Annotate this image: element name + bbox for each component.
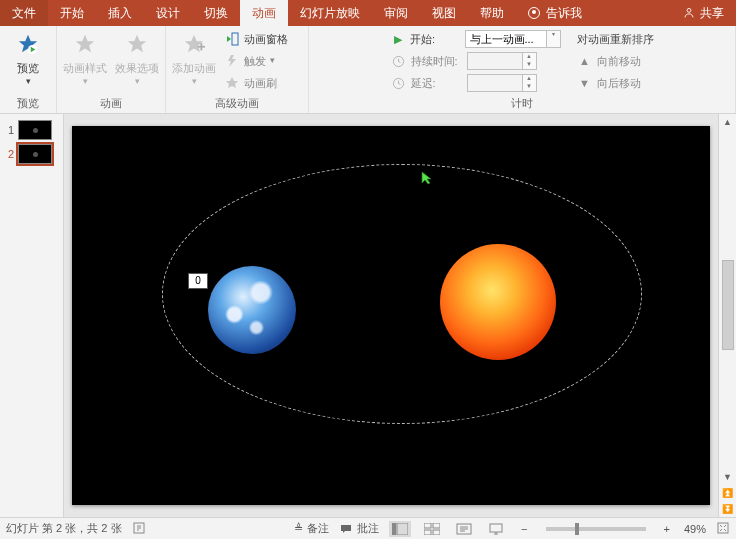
zoom-level[interactable]: 49% [684, 523, 706, 535]
chevron-down-icon: ▾ [192, 76, 197, 86]
svg-marker-15 [422, 172, 431, 184]
zoom-out-button[interactable]: − [517, 523, 531, 535]
zoom-in-button[interactable]: + [660, 523, 674, 535]
preview-button[interactable]: 预览 ▾ [6, 29, 50, 86]
svg-marker-11 [228, 55, 236, 67]
preview-label: 预览 [17, 61, 39, 76]
reorder-label: 对动画重新排序 [577, 29, 654, 49]
tab-review[interactable]: 审阅 [372, 0, 420, 26]
svg-marker-4 [76, 35, 94, 52]
tab-slideshow[interactable]: 幻灯片放映 [288, 0, 372, 26]
zoom-slider[interactable] [546, 527, 646, 531]
reading-view-button[interactable] [453, 521, 475, 537]
move-forward-button: ▲ 向前移动 [577, 51, 654, 71]
group-timing-label: 计时 [511, 97, 533, 113]
delay-spinner: ▲▼ [523, 74, 537, 92]
animation-style-label: 动画样式 [63, 61, 107, 76]
duration-label: 持续时间: [411, 54, 463, 69]
notes-icon: ≜ [294, 522, 303, 535]
trigger-icon [224, 53, 240, 69]
next-slide-button[interactable]: ⏬ [720, 501, 736, 517]
share-button[interactable]: 共享 [670, 0, 736, 26]
share-label: 共享 [700, 5, 724, 22]
duration-input [467, 52, 523, 70]
svg-rect-24 [490, 524, 502, 532]
preview-cursor-icon [420, 171, 434, 189]
thumb-number: 1 [4, 124, 14, 136]
chevron-down-icon: ▾ [83, 76, 88, 86]
svg-point-0 [687, 8, 691, 12]
svg-marker-5 [128, 35, 146, 52]
trigger-button: 触发 ▾ [224, 51, 302, 71]
tab-insert[interactable]: 插入 [96, 0, 144, 26]
bulb-icon [528, 7, 540, 19]
slide-editor: 0 ▲ ▼ ⏫ ⏬ [64, 114, 736, 517]
chevron-down-icon: ▾ [26, 76, 31, 86]
ribbon-tab-bar: 文件 开始 插入 设计 切换 动画 幻灯片放映 审阅 视图 帮助 告诉我 共享 [0, 0, 736, 26]
status-bar: 幻灯片 第 2 张，共 2 张 ≜ 备注 批注 − + 49% [0, 517, 736, 539]
tab-home[interactable]: 开始 [48, 0, 96, 26]
svg-rect-25 [718, 523, 728, 533]
notes-label: 备注 [307, 521, 329, 536]
scroll-thumb[interactable] [722, 260, 734, 350]
thumb-number: 2 [4, 148, 14, 160]
move-backward-label: 向后移动 [597, 76, 641, 91]
slide-canvas[interactable]: 0 [72, 126, 710, 505]
tab-animation[interactable]: 动画 [240, 0, 288, 26]
animation-order-tag[interactable]: 0 [188, 273, 208, 289]
comments-icon [339, 522, 353, 536]
fit-slide-button[interactable] [716, 521, 730, 537]
start-combo-arrow[interactable]: ▾ [547, 30, 561, 48]
move-forward-label: 向前移动 [597, 54, 641, 69]
star-icon [70, 29, 100, 59]
svg-rect-22 [433, 530, 440, 535]
tab-design[interactable]: 设计 [144, 0, 192, 26]
thumb-preview [18, 144, 52, 164]
add-animation-icon [179, 29, 209, 59]
tab-file[interactable]: 文件 [0, 0, 48, 26]
animation-pane-button[interactable]: 动画窗格 [224, 29, 302, 49]
scroll-up-button[interactable]: ▲ [720, 114, 736, 130]
tell-me[interactable]: 告诉我 [516, 0, 594, 26]
svg-rect-17 [392, 523, 396, 535]
slide-thumb-1[interactable]: 1 [0, 118, 63, 142]
slide-thumb-2[interactable]: 2 [0, 142, 63, 166]
slideshow-view-button[interactable] [485, 521, 507, 537]
svg-rect-18 [397, 523, 408, 535]
accessibility-icon[interactable] [132, 521, 146, 537]
chevron-down-icon: ▾ [135, 76, 140, 86]
preview-icon [13, 29, 43, 59]
group-animation: 动画样式 ▾ 效果选项 ▾ 动画 [57, 26, 166, 113]
animation-pane-label: 动画窗格 [244, 32, 288, 47]
tab-help[interactable]: 帮助 [468, 0, 516, 26]
clock-icon [391, 53, 407, 69]
effect-options-icon [122, 29, 152, 59]
normal-view-button[interactable] [389, 521, 411, 537]
play-icon: ▶ [391, 31, 407, 47]
delay-icon [391, 75, 407, 91]
trigger-label: 触发 [244, 54, 266, 69]
notes-button[interactable]: ≜ 备注 [294, 521, 329, 536]
thumb-preview [18, 120, 52, 140]
scroll-down-button[interactable]: ▼ [720, 469, 736, 485]
slide-counter: 幻灯片 第 2 张，共 2 张 [6, 521, 122, 536]
sorter-view-button[interactable] [421, 521, 443, 537]
vertical-scrollbar[interactable]: ▲ ▼ ⏫ ⏬ [718, 114, 736, 517]
painter-icon [224, 75, 240, 91]
comments-button[interactable]: 批注 [339, 521, 379, 536]
animation-painter-button: 动画刷 [224, 73, 302, 93]
svg-rect-21 [424, 530, 431, 535]
start-combo[interactable] [465, 30, 547, 48]
svg-marker-12 [226, 77, 238, 88]
tab-transition[interactable]: 切换 [192, 0, 240, 26]
tab-view[interactable]: 视图 [420, 0, 468, 26]
add-animation-button: 添加动画 ▾ [172, 29, 216, 86]
effect-options-button: 效果选项 ▾ [115, 29, 159, 86]
svg-rect-20 [433, 523, 440, 528]
share-icon [682, 6, 696, 20]
prev-slide-button[interactable]: ⏫ [720, 485, 736, 501]
add-animation-label: 添加动画 [172, 61, 216, 76]
move-backward-button: ▼ 向后移动 [577, 73, 654, 93]
start-label: 开始: [410, 32, 460, 47]
svg-rect-8 [200, 43, 202, 50]
